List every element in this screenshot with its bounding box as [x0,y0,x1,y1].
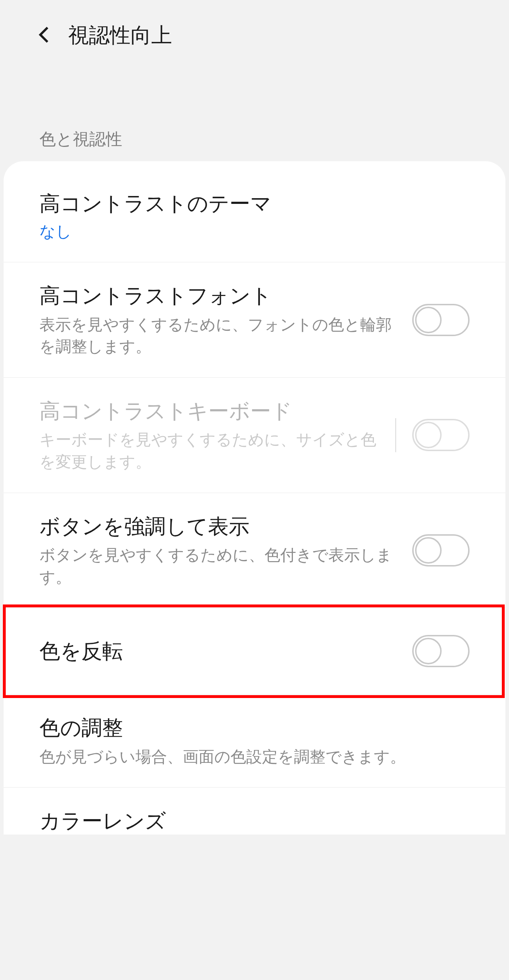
item-sub: ボタンを見やすくするために、色付きで表示します。 [40,544,402,588]
toggle-group [396,418,469,452]
item-title: 高コントラストのテーマ [40,190,459,217]
item-high-contrast-font[interactable]: 高コントラストフォント 表示を見やすくするために、フォントの色と輪郭を調整します… [3,262,506,378]
item-title: 色を反転 [40,638,402,664]
page-title: 視認性向上 [68,22,172,49]
item-title: 高コントラストフォント [40,282,402,309]
section-label: 色と視認性 [0,71,509,161]
item-sub: キーボードを見やすくするために、サイズと色を変更します。 [40,428,385,473]
toggle-highlight-buttons[interactable] [412,534,469,566]
item-high-contrast-theme[interactable]: 高コントラストのテーマ なし [3,161,506,262]
page-header: 視認性向上 [0,0,509,71]
item-sub: 表示を見やすくするために、フォントの色と輪郭を調整します。 [40,313,402,358]
back-icon[interactable] [36,26,54,45]
settings-card: 高コントラストのテーマ なし 高コントラストフォント 表示を見やすくするために、… [3,161,506,835]
item-invert-colors[interactable]: 色を反転 [3,608,506,694]
toggle-invert-colors[interactable] [412,635,469,667]
item-title: 高コントラストキーボード [40,398,385,424]
item-color-lens[interactable]: カラーレンズ [3,788,506,834]
item-title: 色の調整 [40,714,459,741]
item-color-adjustment[interactable]: 色の調整 色が見づらい場合、画面の色設定を調整できます。 [3,694,506,788]
item-title: ボタンを強調して表示 [40,513,402,539]
item-high-contrast-keyboard[interactable]: 高コントラストキーボード キーボードを見やすくするために、サイズと色を変更します… [3,378,506,493]
toggle-high-contrast-font[interactable] [412,304,469,336]
item-title: カラーレンズ [40,807,459,834]
divider [396,418,396,452]
item-sub: 色が見づらい場合、画面の色設定を調整できます。 [40,746,459,768]
item-value: なし [40,221,459,242]
toggle-high-contrast-keyboard[interactable] [412,419,469,451]
item-highlight-buttons[interactable]: ボタンを強調して表示 ボタンを見やすくするために、色付きで表示します。 [3,493,506,608]
